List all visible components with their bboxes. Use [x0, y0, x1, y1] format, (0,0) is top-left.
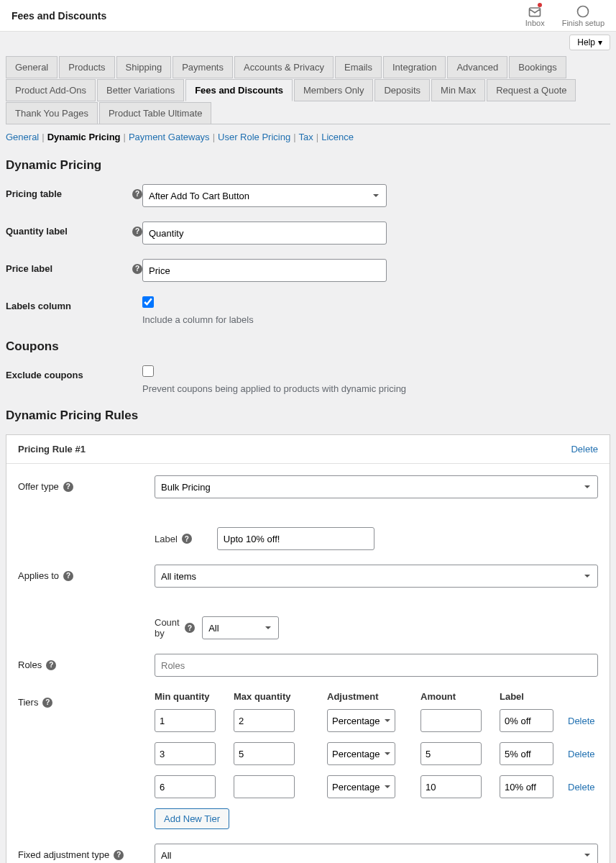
section-coupons: Coupons	[6, 339, 610, 354]
help-icon[interactable]: ?	[132, 264, 142, 274]
tab-better-variations[interactable]: Better Variations	[97, 79, 184, 101]
help-icon[interactable]: ?	[185, 623, 195, 633]
labels-column-checkbox[interactable]	[142, 296, 154, 308]
tier-header-max: Max quantity	[234, 691, 327, 702]
rule-label-input[interactable]	[217, 527, 374, 550]
tab-accounts-privacy[interactable]: Accounts & Privacy	[234, 56, 334, 78]
tier-min-input[interactable]	[155, 709, 216, 732]
pricing-table-select[interactable]: After Add To Cart Button	[142, 184, 387, 207]
finish-setup-button[interactable]: Finish setup	[562, 4, 604, 27]
roles-input[interactable]	[155, 654, 598, 677]
tab-min-max[interactable]: Min Max	[431, 79, 485, 101]
quantity-label-input[interactable]	[142, 222, 387, 245]
tier-amt-input[interactable]	[420, 775, 482, 798]
svg-point-0	[578, 6, 589, 17]
offer-type-select[interactable]: Bulk Pricing	[155, 475, 598, 498]
tab-request-a-quote[interactable]: Request a Quote	[487, 79, 576, 101]
tier-row: Percentage DiscountDelete	[155, 742, 611, 765]
pricing-table-label: Pricing table	[6, 188, 62, 199]
help-icon[interactable]: ?	[46, 660, 56, 670]
tier-amt-input[interactable]	[420, 709, 482, 732]
tier-header-min: Min quantity	[155, 691, 234, 702]
tab-general[interactable]: General	[6, 56, 58, 78]
subnav-link-user-role-pricing[interactable]: User Role Pricing	[218, 132, 290, 142]
rule-title: Pricing Rule #1	[18, 444, 86, 455]
tier-lbl-input[interactable]	[500, 775, 553, 798]
price-label-input[interactable]	[142, 259, 387, 282]
notification-dot-icon	[538, 3, 542, 7]
finish-setup-label: Finish setup	[562, 19, 604, 27]
subnav-link-payment-gateways[interactable]: Payment Gateways	[129, 132, 210, 142]
roles-label: Roles	[18, 659, 42, 670]
delete-rule-link[interactable]: Delete	[571, 444, 598, 455]
tab-product-add-ons[interactable]: Product Add-Ons	[6, 79, 96, 101]
subnav-link-licence[interactable]: Licence	[321, 132, 354, 142]
labels-column-help: Include a column for labels	[142, 314, 387, 325]
count-by-select[interactable]: All	[202, 616, 279, 639]
delete-tier-link[interactable]: Delete	[568, 716, 595, 726]
subnav-link-tax[interactable]: Tax	[299, 132, 313, 142]
tiers-label: Tiers	[18, 697, 38, 708]
applies-to-select[interactable]: All items	[155, 565, 598, 588]
count-by-label: Count by	[155, 617, 180, 639]
help-icon[interactable]: ?	[114, 850, 124, 860]
tier-row: Percentage DiscountDelete	[155, 775, 611, 798]
tab-product-table-ultimate[interactable]: Product Table Ultimate	[99, 102, 212, 124]
inbox-button[interactable]: Inbox	[525, 4, 545, 27]
help-icon[interactable]: ?	[132, 189, 142, 199]
tier-lbl-input[interactable]	[500, 742, 553, 765]
exclude-coupons-label: Exclude coupons	[6, 370, 83, 380]
tier-max-input[interactable]	[234, 775, 295, 798]
tier-min-input[interactable]	[155, 742, 216, 765]
tab-emails[interactable]: Emails	[335, 56, 382, 78]
tab-members-only[interactable]: Members Only	[294, 79, 374, 101]
delete-tier-link[interactable]: Delete	[568, 782, 595, 793]
tab-deposits[interactable]: Deposits	[374, 79, 430, 101]
offer-type-label: Offer type	[18, 481, 59, 492]
primary-tabs: GeneralProductsShippingPaymentsAccounts …	[0, 50, 616, 124]
help-icon[interactable]: ?	[63, 482, 73, 492]
tab-thank-you-pages[interactable]: Thank You Pages	[6, 102, 98, 124]
tab-payments[interactable]: Payments	[173, 56, 233, 78]
tier-min-input[interactable]	[155, 775, 216, 798]
tier-lbl-input[interactable]	[500, 709, 553, 732]
labels-column-label: Labels column	[6, 301, 71, 311]
subnav-link-general[interactable]: General	[6, 132, 39, 142]
tier-max-input[interactable]	[234, 742, 295, 765]
tab-bookings[interactable]: Bookings	[509, 56, 566, 78]
help-icon[interactable]: ?	[42, 698, 52, 708]
tab-advanced[interactable]: Advanced	[447, 56, 507, 78]
help-icon[interactable]: ?	[63, 571, 73, 581]
help-bar: Help ▾	[0, 32, 616, 50]
tier-row: Percentage DiscountDelete	[155, 709, 611, 732]
subnav-current: Dynamic Pricing	[47, 132, 121, 142]
tier-amt-input[interactable]	[420, 742, 482, 765]
pricing-rule-card: Pricing Rule #1 Delete Offer type ? Bulk…	[6, 434, 610, 863]
price-label-label: Price label	[6, 263, 52, 274]
tier-adj-select[interactable]: Percentage Discount	[327, 742, 395, 765]
tier-adj-select[interactable]: Percentage Discount	[327, 775, 395, 798]
tab-shipping[interactable]: Shipping	[116, 56, 172, 78]
fixed-adj-select[interactable]: All	[155, 844, 598, 863]
tiers-header: Min quantity Max quantity Adjustment Amo…	[155, 691, 611, 702]
add-tier-button[interactable]: Add New Tier	[155, 808, 229, 829]
tier-header-amt: Amount	[420, 691, 500, 702]
help-icon[interactable]: ?	[132, 227, 142, 237]
tier-header-lbl: Label	[500, 691, 568, 702]
fixed-adj-label: Fixed adjustment type	[18, 849, 109, 860]
tab-fees-and-discounts[interactable]: Fees and Discounts	[185, 79, 293, 101]
exclude-coupons-help: Prevent coupons being applied to product…	[142, 383, 602, 394]
exclude-coupons-checkbox[interactable]	[142, 365, 154, 377]
tab-products[interactable]: Products	[59, 56, 114, 78]
tier-header-adj: Adjustment	[327, 691, 420, 702]
help-button[interactable]: Help ▾	[569, 35, 610, 50]
tier-max-input[interactable]	[234, 709, 295, 732]
circle-icon	[576, 4, 590, 19]
delete-tier-link[interactable]: Delete	[568, 749, 595, 759]
help-icon[interactable]: ?	[182, 534, 192, 544]
chevron-down-icon: ▾	[598, 37, 602, 47]
label-field-label: Label	[155, 534, 178, 544]
inbox-label: Inbox	[525, 19, 545, 27]
tier-adj-select[interactable]: Percentage Discount	[327, 709, 395, 732]
tab-integration[interactable]: Integration	[383, 56, 446, 78]
